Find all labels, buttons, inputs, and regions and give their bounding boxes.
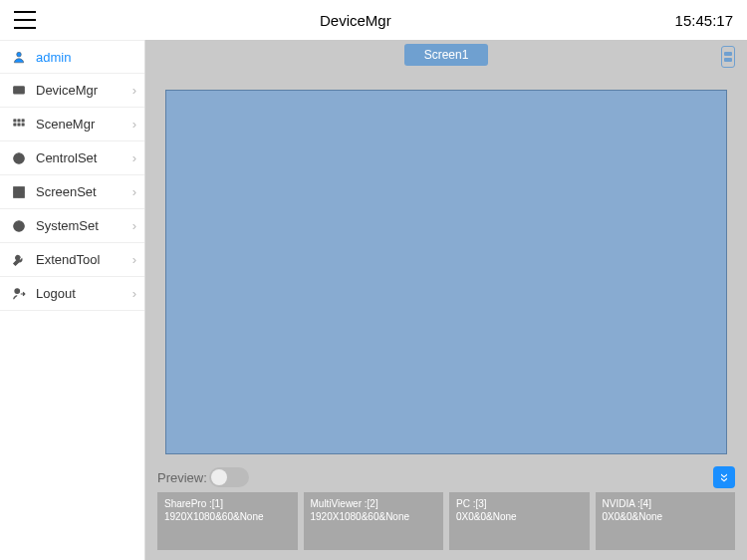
chevron-right-icon: › xyxy=(132,117,136,132)
bottom-panel: Preview: SharePro :[1] 1920X1080&60&None… xyxy=(145,462,747,560)
sidebar-item-label: SystemSet xyxy=(36,218,132,233)
expand-button[interactable] xyxy=(713,466,735,488)
chevron-right-icon: › xyxy=(132,252,136,267)
source-card[interactable]: PC :[3] 0X0&0&None xyxy=(449,492,590,550)
gear-icon xyxy=(10,219,28,233)
source-resolution: 0X0&0&None xyxy=(456,510,583,523)
svg-rect-2 xyxy=(14,119,16,121)
monitor-icon xyxy=(10,84,28,98)
sidebar-item-systemset[interactable]: SystemSet › xyxy=(0,209,144,243)
source-resolution: 1920X1080&60&None xyxy=(311,510,437,523)
svg-rect-5 xyxy=(14,123,16,125)
sidebar-item-label: Logout xyxy=(36,286,132,301)
topbar: DeviceMgr 15:45:17 xyxy=(0,0,747,40)
sidebar-item-label: ExtendTool xyxy=(36,252,132,267)
source-card[interactable]: MultiViewer :[2] 1920X1080&60&None xyxy=(304,492,444,550)
source-resolution: 0X0&0&None xyxy=(603,510,729,523)
source-title: MultiViewer :[2] xyxy=(311,497,437,510)
chevron-right-icon: › xyxy=(132,184,136,199)
sidebar-user[interactable]: admin xyxy=(0,40,144,74)
svg-rect-4 xyxy=(22,119,24,121)
sidebar: admin DeviceMgr › SceneMgr › CentrolSet … xyxy=(0,40,145,560)
source-title: SharePro :[1] xyxy=(164,497,291,510)
source-card[interactable]: SharePro :[1] 1920X1080&60&None xyxy=(157,492,298,550)
grid-icon xyxy=(10,118,28,132)
sidebar-item-extendtool[interactable]: ExtendTool › xyxy=(0,243,144,277)
clock: 15:45:17 xyxy=(675,12,733,29)
sidebar-item-label: SceneMgr xyxy=(36,117,132,132)
preview-toggle[interactable] xyxy=(209,467,249,487)
tab-screen1[interactable]: Screen1 xyxy=(404,44,489,66)
svg-rect-7 xyxy=(22,123,24,125)
sidebar-item-scenemgr[interactable]: SceneMgr › xyxy=(0,108,144,141)
source-title: PC :[3] xyxy=(456,497,583,510)
sidebar-item-centrolset[interactable]: CentrolSet › xyxy=(0,141,144,175)
power-icon xyxy=(10,151,28,165)
source-resolution: 1920X1080&60&None xyxy=(164,510,291,523)
source-list: SharePro :[1] 1920X1080&60&None MultiVie… xyxy=(157,492,735,550)
main-area: Screen1 Preview: SharePro :[1] 1920X1080… xyxy=(145,40,747,560)
sidebar-item-label: CentrolSet xyxy=(36,150,132,165)
svg-point-15 xyxy=(15,288,20,293)
preview-label: Preview: xyxy=(157,470,207,485)
sidebar-user-label: admin xyxy=(36,50,136,65)
source-title: NVIDIA :[4] xyxy=(603,497,729,510)
menu-icon[interactable] xyxy=(14,11,36,29)
preview-row: Preview: xyxy=(157,466,735,488)
sidebar-item-devicemgr[interactable]: DeviceMgr › xyxy=(0,74,144,108)
svg-rect-6 xyxy=(18,123,20,125)
svg-rect-1 xyxy=(14,86,25,93)
sidebar-item-logout[interactable]: Logout › xyxy=(0,277,144,311)
screen-tabbar: Screen1 xyxy=(145,40,747,70)
sidebar-item-screenset[interactable]: ScreenSet › xyxy=(0,175,144,209)
sidebar-item-label: DeviceMgr xyxy=(36,83,132,98)
chevron-right-icon: › xyxy=(132,150,136,165)
layout-icon xyxy=(10,185,28,199)
remote-icon[interactable] xyxy=(721,46,735,68)
app-title: DeviceMgr xyxy=(36,12,675,29)
svg-point-0 xyxy=(17,52,22,57)
svg-rect-3 xyxy=(18,119,20,121)
sidebar-item-label: ScreenSet xyxy=(36,184,132,199)
chevron-right-icon: › xyxy=(132,83,136,98)
svg-point-14 xyxy=(14,220,25,231)
source-card[interactable]: NVIDIA :[4] 0X0&0&None xyxy=(596,492,736,550)
logout-icon xyxy=(10,287,28,301)
chevron-right-icon: › xyxy=(132,218,136,233)
screen-canvas[interactable] xyxy=(165,90,727,454)
wrench-icon xyxy=(10,253,28,267)
user-icon xyxy=(10,50,28,64)
canvas-wrap xyxy=(145,70,747,462)
chevron-right-icon: › xyxy=(132,286,136,301)
